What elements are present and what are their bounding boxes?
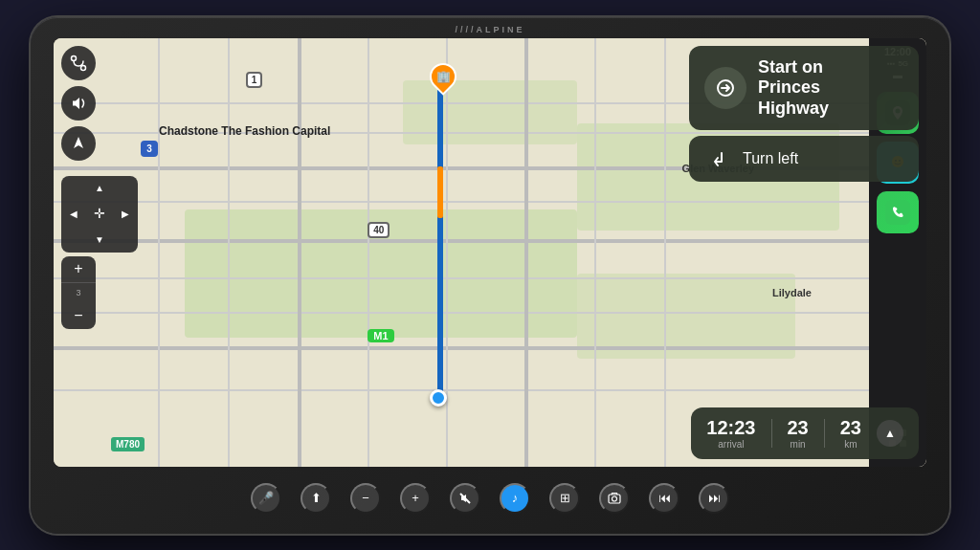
duration-label: min	[791, 439, 806, 450]
mute-button[interactable]	[450, 483, 480, 514]
zoom-in-button[interactable]: +	[61, 256, 96, 283]
pan-right-button[interactable]: ▶	[112, 201, 138, 227]
nav-secondary-text: Turn left	[743, 150, 798, 167]
pan-down-button[interactable]: ▼	[87, 227, 113, 253]
road-badge-1: 1	[246, 72, 263, 88]
arrival-time: 12:23	[706, 417, 755, 439]
nav-primary-instruction: Start on Princes Highway	[689, 46, 919, 131]
next-track-button[interactable]: ⏭	[699, 483, 729, 514]
destination-label: Chadstone The Fashion Capital	[159, 124, 330, 140]
trip-divider-1	[771, 419, 772, 448]
duration-value: 23	[788, 417, 809, 439]
phone-app-icon[interactable]	[877, 191, 919, 233]
mic-button[interactable]: 🎤	[251, 483, 281, 514]
zoom-controls: + 3 −	[61, 256, 96, 329]
nav-primary-line1: Start on	[758, 57, 829, 78]
nav-primary-line3: Highway	[758, 99, 829, 120]
distance-label: km	[844, 439, 857, 450]
left-sidebar: ▲ ◀ ✛ ▶ ▼ + 3 −	[61, 46, 138, 329]
device-brand: ////ALPINE	[455, 25, 524, 34]
nav-primary-text: Start on Princes Highway	[758, 57, 829, 120]
sound-button[interactable]	[61, 86, 96, 121]
screen-area: Chadstone The Fashion Capital Glen Waver…	[54, 38, 926, 467]
highway-m780-badge: M780	[111, 437, 145, 451]
location-button[interactable]	[61, 126, 96, 161]
nav-primary-line2: Princes	[758, 77, 829, 99]
nav-secondary-icon	[704, 145, 731, 172]
back-button[interactable]: ⬆	[301, 483, 331, 514]
pan-left-button[interactable]: ◀	[61, 201, 87, 227]
nav-panel: Start on Princes Highway Turn left	[689, 46, 919, 183]
road-badge-3: 3	[141, 141, 158, 157]
prev-track-button[interactable]: ⏮	[649, 483, 679, 514]
vol-plus-button[interactable]: +	[400, 483, 431, 514]
route-button[interactable]	[61, 46, 96, 80]
zoom-level-badge: 3	[61, 283, 96, 302]
svg-point-1	[81, 65, 86, 70]
destination-marker: 🏢	[430, 63, 457, 90]
camera-button[interactable]	[599, 483, 630, 514]
pan-center-button[interactable]: ✛	[87, 201, 113, 227]
duration-stat: 23 min	[788, 417, 809, 450]
distance-value: 23	[840, 417, 861, 439]
distance-stat: 23 km	[840, 417, 861, 450]
pan-up-button[interactable]: ▲	[87, 176, 113, 202]
current-position-marker	[430, 389, 447, 407]
vol-minus-button[interactable]: −	[350, 483, 381, 514]
trip-divider-2	[824, 419, 825, 448]
highway-m1-badge: M1	[368, 329, 393, 342]
grid-button[interactable]: ⊞	[549, 483, 580, 514]
road-badge-40: 40	[368, 222, 390, 238]
zoom-out-button[interactable]: −	[61, 302, 96, 329]
pan-control-group: ▲ ◀ ✛ ▶ ▼ + 3 −	[61, 172, 138, 329]
bottom-controls: 🎤 ⬆ − + ♪ ⊞ ⏮ ⏭	[54, 474, 926, 522]
lilydale-label: Lilydale	[772, 287, 812, 298]
device-wrapper: ////ALPINE	[31, 17, 949, 534]
arrival-stat: 12:23 arrival	[706, 417, 755, 450]
arrival-label: arrival	[718, 439, 744, 450]
svg-rect-9	[885, 200, 910, 225]
svg-point-16	[612, 496, 617, 501]
trip-expand-button[interactable]: ▲	[877, 420, 903, 447]
svg-point-0	[72, 55, 77, 60]
nav-secondary-instruction: Turn left	[689, 136, 919, 182]
nav-primary-icon	[704, 67, 746, 109]
trip-panel: 12:23 arrival 23 min 23 km ▲	[691, 407, 919, 459]
pan-control: ▲ ◀ ✛ ▶ ▼	[61, 176, 138, 253]
svg-rect-15	[609, 495, 620, 503]
music-button[interactable]: ♪	[500, 483, 530, 514]
